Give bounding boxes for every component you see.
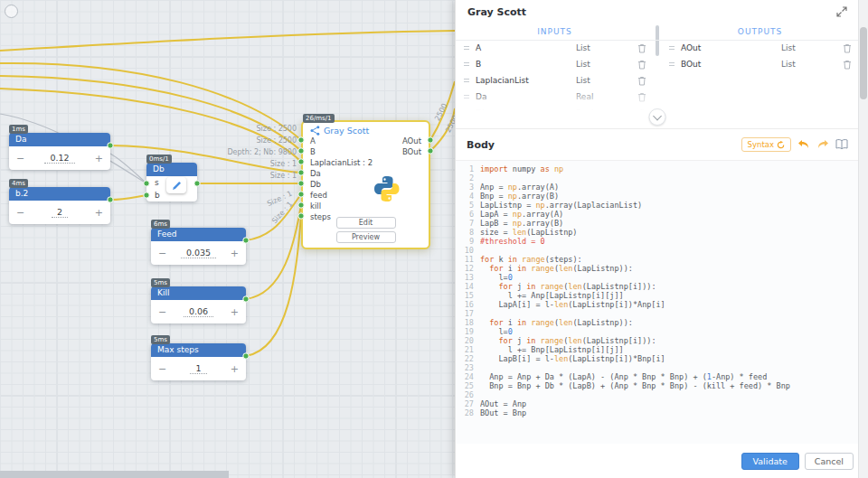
code-line[interactable] [480,246,859,255]
code-line[interactable]: size = len(LapListnp) [480,228,859,237]
node-gray-scott[interactable]: 26/ms/1 Gray Scott ABLaplacianList : 2Da… [301,120,430,249]
drag-handle-icon[interactable] [463,61,476,68]
delete-port-button[interactable] [634,108,646,111]
port-type-select[interactable]: List [781,60,839,69]
validate-button[interactable]: Validate [741,453,799,470]
code-editor[interactable]: 1234567891011121314151617181920212223242… [456,160,859,444]
code-line[interactable]: LapB = np.array(B) [480,219,859,228]
code-line[interactable] [480,309,859,318]
scrollbar-thumb[interactable] [860,27,867,99]
code-line[interactable]: l=0 [480,273,859,282]
code-line[interactable] [480,390,859,399]
code-line[interactable]: Anp = np.array(A) [480,183,859,192]
collapse-ports-button[interactable] [649,108,666,126]
decrement-button[interactable]: − [158,248,166,259]
decrement-button[interactable]: − [158,363,166,375]
code-line[interactable]: l += Anp[LapListnp[i][j]] [480,291,859,300]
port-type-select[interactable]: Real [576,108,634,110]
increment-button[interactable]: + [95,153,103,164]
node-header[interactable]: Da [9,133,110,146]
node-value[interactable]: 0.06 [184,306,213,317]
node-da[interactable]: 1ms Da − 0.12 + [9,133,110,170]
node-value[interactable]: 0.035 [181,248,216,258]
code-line[interactable]: Anp = Anp + Da * (LapA) - (Anp * Bnp * B… [480,372,859,381]
code-line[interactable]: for j in range(len(LapListnp[i])): [480,282,859,291]
drag-handle-icon[interactable] [463,109,476,110]
increment-button[interactable]: + [95,207,103,219]
port-type-select[interactable]: List [576,60,634,69]
increment-button[interactable]: + [231,306,239,318]
drag-handle-icon[interactable] [668,61,681,68]
port-type-select[interactable]: Real [576,92,634,101]
code-line[interactable]: for j in range(len(LapListnp[i])): [480,336,859,345]
node-canvas[interactable]: 1ms Da − 0.12 + 4ms b.2 − 2 + 0ms/1 Db s… [0,0,455,478]
code-line[interactable]: Bnp = Bnp + Db * (LapB) + (Anp * Bnp * B… [480,381,859,390]
delete-port-button[interactable] [634,76,646,86]
port-type-select[interactable]: List [781,43,839,52]
drag-handle-icon[interactable] [668,44,681,52]
code-line[interactable]: l=0 [480,327,859,336]
code-line[interactable]: for k in range(steps): [480,255,859,264]
node-kill[interactable]: 5ms Kill − 0.06 + [151,286,246,323]
redo-button[interactable] [816,139,829,150]
wire-label: Size : 2500 [177,135,297,146]
cancel-button[interactable]: Cancel [805,453,854,470]
delete-port-button[interactable] [634,92,646,102]
delete-port-button[interactable] [634,43,646,53]
edit-button[interactable]: Edit [336,217,396,229]
delete-port-button[interactable] [634,60,646,70]
node-max-steps[interactable]: 5ms Max steps − 1 + [151,343,246,380]
code-line[interactable]: Bnp = np.array(B) [480,192,859,201]
code-line[interactable] [480,363,859,372]
port-type-select[interactable]: List [576,76,634,85]
code-line[interactable]: LapListnp = np.array(LaplacianList) [480,201,859,210]
delete-port-button[interactable] [839,43,852,53]
node-feed[interactable]: 6ms Feed − 0.035 + [151,228,246,265]
body-title: Body [467,139,495,151]
panel-footer: Validate Cancel [456,444,859,478]
canvas-menu-button[interactable] [5,5,18,18]
node-header[interactable]: Feed [151,228,246,241]
wire [110,195,146,200]
undo-button[interactable] [797,139,810,150]
node-header[interactable]: Kill [151,286,246,300]
node-b2[interactable]: 4ms b.2 − 2 + [9,187,110,224]
port-type-select[interactable]: List [576,43,634,52]
preview-button[interactable]: Preview [336,231,396,243]
code-line[interactable]: for i in range(len(LapListnp)): [480,318,859,327]
node-header[interactable]: Max steps [151,343,246,357]
code-line[interactable]: #threshold = 0 [480,237,859,246]
drag-handle-icon[interactable] [463,44,476,52]
expand-panel-button[interactable] [836,6,847,17]
code-line[interactable]: l += Bnp[LapListnp[i][j]] [480,345,859,354]
page-scrollbar[interactable] [858,0,868,478]
decrement-button[interactable]: − [16,153,24,164]
code-line[interactable]: BOut = Bnp [480,408,859,417]
node-header[interactable]: b.2 [9,187,110,201]
decrement-button[interactable]: − [16,207,24,219]
inputs-header: INPUTS [456,23,654,40]
code-line[interactable]: LapA = np.array(A) [480,210,859,219]
code-line[interactable]: LapA[i] = l-len(LapListnp[i])*Anp[i] [480,300,859,309]
code-line[interactable]: AOut = Anp [480,399,859,408]
decrement-button[interactable]: − [158,306,166,318]
inputs-scrollbar[interactable] [654,23,661,110]
drag-handle-icon[interactable] [463,93,476,100]
code-line[interactable]: import numpy as np [480,164,859,173]
code-lines[interactable]: import numpy as np Anp = np.array(A)Bnp … [480,164,859,444]
increment-button[interactable]: + [231,248,239,259]
line-number: 24 [456,372,474,381]
code-line[interactable] [480,173,859,183]
canvas-hscrollbar[interactable] [0,471,229,478]
delete-port-button[interactable] [839,60,852,70]
line-number: 15 [456,291,474,300]
code-line[interactable]: for i in range(len(LapListnp)): [480,264,859,273]
node-value[interactable]: 2 [52,207,68,218]
drag-handle-icon[interactable] [463,77,476,84]
node-value[interactable]: 0.12 [44,153,74,164]
increment-button[interactable]: + [231,363,239,375]
code-line[interactable]: LapB[i] = l-len(LapListnp[i])*Bnp[i] [480,354,859,363]
docs-button[interactable] [835,139,848,150]
syntax-button[interactable]: Syntax [741,137,791,152]
node-value[interactable]: 1 [190,363,206,374]
